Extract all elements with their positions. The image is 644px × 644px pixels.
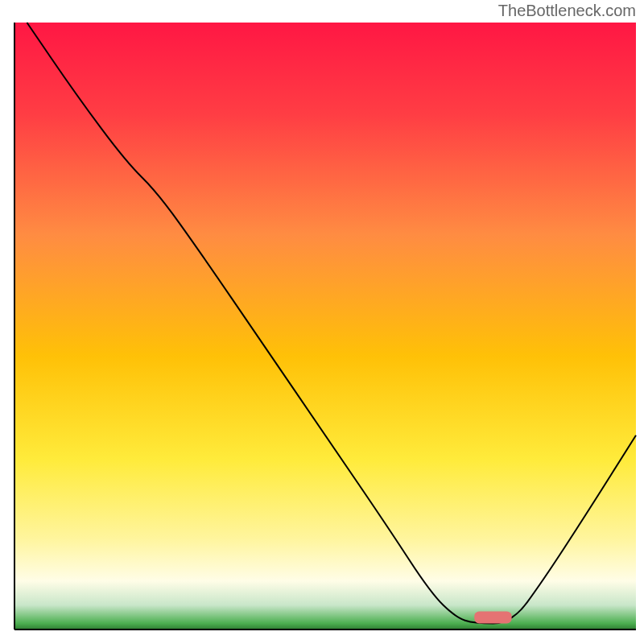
optimal-marker (474, 611, 511, 623)
bottom-strip (0, 630, 644, 644)
chart-container: TheBottleneck.com (0, 0, 644, 644)
chart-svg (0, 0, 644, 644)
plot-background (14, 23, 636, 630)
watermark-text: TheBottleneck.com (498, 2, 636, 20)
